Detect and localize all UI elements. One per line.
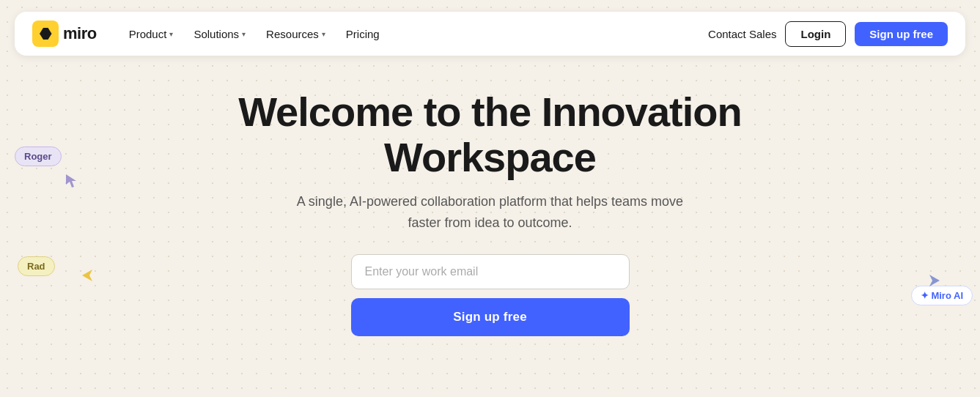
login-button[interactable]: Login xyxy=(785,21,846,47)
hero-subtitle: A single, AI-powered collaboration platf… xyxy=(285,191,696,234)
email-input[interactable] xyxy=(351,254,630,289)
hero-title: Welcome to the Innovation Workspace xyxy=(161,89,820,179)
nav-links: Product ▾ Solutions ▾ Resources ▾ Pricin… xyxy=(120,22,708,46)
nav-item-product[interactable]: Product ▾ xyxy=(120,22,183,46)
chevron-down-icon: ▾ xyxy=(242,30,246,38)
signup-nav-button[interactable]: Sign up free xyxy=(855,22,948,46)
svg-marker-2 xyxy=(929,275,940,286)
chevron-down-icon: ▾ xyxy=(322,30,325,38)
email-form: Sign up free xyxy=(351,254,630,336)
logo-text: miro xyxy=(63,24,97,43)
cursor-arrow-purple-icon xyxy=(66,174,79,190)
chevron-down-icon: ▾ xyxy=(169,30,173,38)
nav-item-solutions[interactable]: Solutions ▾ xyxy=(185,22,254,46)
contact-sales-link[interactable]: Contact Sales xyxy=(708,28,776,40)
logo[interactable]: miro xyxy=(32,21,97,47)
nav-actions: Contact Sales Login Sign up free xyxy=(708,21,948,47)
nav-item-resources[interactable]: Resources ▾ xyxy=(257,22,334,46)
svg-marker-0 xyxy=(66,174,76,188)
cursor-label-rad: Rad xyxy=(18,256,55,276)
svg-marker-1 xyxy=(82,270,92,281)
nav-item-pricing[interactable]: Pricing xyxy=(337,22,388,46)
cursor-label-roger: Roger xyxy=(15,146,62,166)
hero-section: Welcome to the Innovation Workspace A si… xyxy=(0,67,980,336)
cursor-arrow-blue-icon xyxy=(928,275,940,289)
logo-icon xyxy=(32,21,59,47)
navbar: miro Product ▾ Solutions ▾ Resources ▾ P… xyxy=(15,12,965,56)
cursor-arrow-yellow-icon xyxy=(82,270,94,284)
signup-hero-button[interactable]: Sign up free xyxy=(351,298,630,336)
cursor-label-miro-ai: ✦ Miro AI xyxy=(911,286,973,305)
